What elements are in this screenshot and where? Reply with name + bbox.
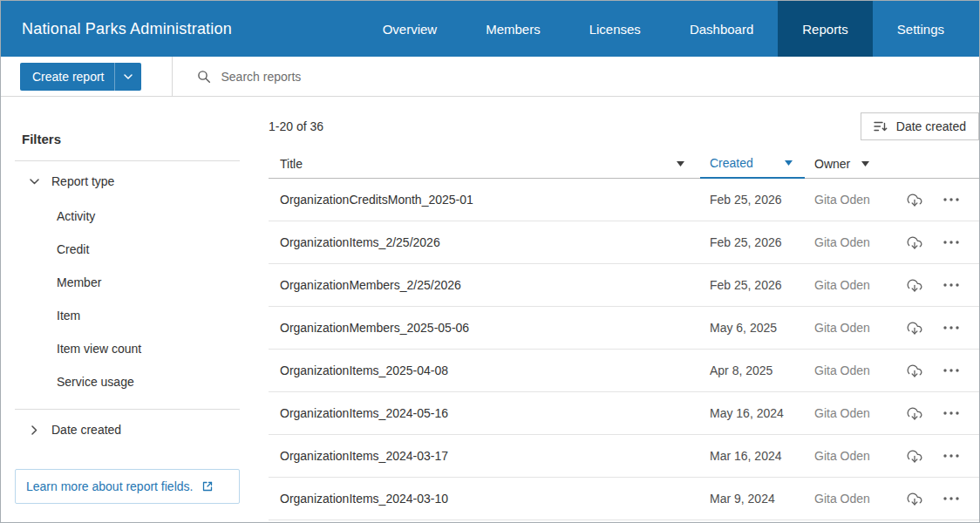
row-actions — [896, 406, 979, 421]
sort-order-button[interactable]: Date created — [861, 112, 979, 140]
more-options-button[interactable] — [943, 241, 959, 244]
caret-down-icon[interactable] — [677, 161, 684, 166]
report-title: OrganizationItems_2024-03-17 — [269, 449, 700, 463]
report-title: OrganizationItems_2024-05-16 — [269, 406, 700, 420]
report-title: OrganizationMembers_2025-05-06 — [269, 321, 700, 335]
download-button[interactable] — [907, 449, 922, 464]
tab-members[interactable]: Members — [461, 1, 565, 57]
report-title: OrganizationCreditsMonth_2025-01 — [269, 193, 700, 207]
more-options-button[interactable] — [943, 411, 959, 415]
cloud-download-icon — [907, 363, 922, 378]
report-type-options: Activity Credit Member Item Item view co… — [1, 200, 254, 409]
report-owner: Gita Oden — [805, 235, 896, 249]
cloud-download-icon — [907, 321, 922, 336]
row-actions — [896, 492, 979, 506]
primary-nav: Overview Members Licenses Dashboard Repo… — [358, 1, 979, 57]
create-report-label: Create report — [20, 70, 114, 84]
report-created-date: Feb 25, 2026 — [700, 278, 805, 292]
cloud-download-icon — [907, 278, 922, 293]
download-button[interactable] — [907, 363, 922, 378]
caret-down-icon[interactable] — [785, 160, 793, 166]
report-title: OrganizationItems_2/25/2026 — [269, 235, 700, 249]
table-row: OrganizationItems_2024-03-10 Mar 9, 2024… — [269, 478, 979, 520]
chevron-down-icon[interactable] — [115, 74, 141, 79]
column-header-title[interactable]: Title — [269, 149, 700, 179]
app-title: National Parks Administration — [1, 1, 253, 57]
column-header-created[interactable]: Created — [700, 149, 805, 179]
table-row: OrganizationItems_2025-04-08 Apr 8, 2025… — [269, 350, 979, 392]
report-created-date: Apr 8, 2025 — [700, 363, 805, 377]
ellipsis-icon — [943, 241, 959, 244]
report-title: OrganizationItems_2024-03-10 — [269, 492, 700, 506]
sort-icon — [874, 120, 888, 132]
column-label: Title — [280, 157, 303, 171]
filter-option[interactable]: Item view count — [1, 332, 254, 365]
cloud-download-icon — [907, 193, 922, 207]
tab-settings[interactable]: Settings — [873, 1, 969, 57]
create-report-button[interactable]: Create report — [20, 63, 141, 91]
search-icon — [197, 70, 211, 84]
ellipsis-icon — [943, 454, 959, 458]
cloud-download-icon — [907, 449, 922, 464]
learn-more-link[interactable]: Learn more about report fields. — [15, 469, 240, 504]
search-reports-area — [172, 57, 979, 97]
sort-button-label: Date created — [896, 119, 966, 133]
tab-reports[interactable]: Reports — [778, 1, 873, 57]
row-actions — [896, 193, 979, 207]
filter-section-report-type[interactable]: Report type — [1, 161, 254, 200]
row-actions — [896, 363, 979, 378]
table-row: OrganizationItems_2024-03-17 Mar 16, 202… — [269, 435, 979, 478]
report-owner: Gita Oden — [805, 321, 896, 335]
top-nav-bar: National Parks Administration Overview M… — [1, 1, 979, 57]
ellipsis-icon — [943, 326, 959, 329]
content-area: Filters Report type Activity Credit Memb… — [1, 97, 979, 523]
result-count: 1-20 of 36 — [269, 119, 323, 133]
filter-option[interactable]: Member — [1, 266, 254, 299]
row-actions — [896, 321, 979, 336]
column-header-owner[interactable]: Owner — [805, 149, 896, 179]
report-created-date: Feb 25, 2026 — [700, 235, 805, 249]
reports-toolbar: Create report — [1, 57, 979, 97]
more-options-button[interactable] — [943, 497, 959, 500]
filters-sidebar: Filters Report type Activity Credit Memb… — [1, 97, 254, 523]
report-owner: Gita Oden — [805, 278, 896, 292]
reports-main: 1-20 of 36 Date created Title Created — [254, 97, 979, 523]
download-button[interactable] — [907, 321, 922, 336]
report-title: OrganizationItems_2025-04-08 — [269, 363, 700, 377]
more-options-button[interactable] — [943, 454, 959, 458]
more-options-button[interactable] — [943, 198, 959, 201]
table-row: OrganizationCreditsMonth_2025-01 Feb 25,… — [269, 179, 979, 221]
tab-dashboard[interactable]: Dashboard — [665, 1, 778, 57]
report-title: OrganizationMembers_2/25/2026 — [269, 278, 700, 292]
download-button[interactable] — [907, 492, 922, 506]
tab-overview[interactable]: Overview — [358, 1, 462, 57]
more-options-button[interactable] — [943, 326, 959, 329]
report-created-date: May 6, 2025 — [700, 321, 805, 335]
table-header-row: Title Created Owner — [269, 149, 979, 179]
filter-option[interactable]: Item — [1, 299, 254, 332]
filter-option[interactable]: Service usage — [1, 365, 254, 398]
filter-option[interactable]: Activity — [1, 200, 254, 233]
download-button[interactable] — [907, 235, 922, 250]
column-label: Created — [710, 156, 753, 170]
caret-down-icon[interactable] — [861, 161, 869, 166]
more-options-button[interactable] — [943, 283, 959, 287]
table-body: OrganizationCreditsMonth_2025-01 Feb 25,… — [269, 179, 979, 520]
column-label: Owner — [814, 157, 850, 171]
filter-section-date-created[interactable]: Date created — [1, 410, 254, 448]
ellipsis-icon — [943, 411, 959, 415]
filter-option[interactable]: Credit — [1, 233, 254, 266]
report-owner: Gita Oden — [805, 406, 896, 420]
ellipsis-icon — [943, 198, 959, 201]
report-created-date: Feb 25, 2026 — [700, 193, 805, 207]
download-button[interactable] — [907, 406, 922, 421]
row-actions — [896, 235, 979, 250]
download-button[interactable] — [907, 278, 922, 293]
download-button[interactable] — [907, 193, 922, 207]
tab-licenses[interactable]: Licenses — [565, 1, 665, 57]
search-input[interactable] — [221, 70, 500, 84]
chevron-down-icon — [29, 179, 39, 185]
more-options-button[interactable] — [943, 369, 959, 372]
report-created-date: May 16, 2024 — [700, 406, 805, 420]
filters-heading: Filters — [1, 97, 254, 160]
